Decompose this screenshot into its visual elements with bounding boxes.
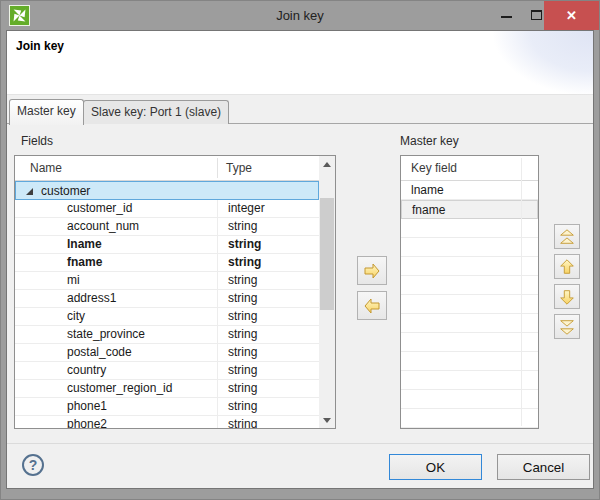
master-key-empty-row — [401, 371, 538, 390]
scroll-up-button[interactable] — [319, 156, 335, 172]
master-key-empty-row — [401, 238, 538, 257]
field-row[interactable]: mistring — [15, 272, 319, 290]
column-header-name: Name — [30, 156, 62, 180]
field-type-cell: integer — [217, 200, 319, 217]
move-down-button[interactable] — [554, 284, 580, 309]
master-key-empty-row — [401, 352, 538, 371]
field-type-cell: string — [217, 416, 319, 428]
minimize-button[interactable] — [493, 1, 521, 30]
field-row[interactable]: address1string — [15, 290, 319, 308]
triangle-down-icon — [323, 418, 331, 423]
field-group-row[interactable]: customer — [15, 181, 319, 200]
tab-slave-key[interactable]: Slave key: Port 1 (slave) — [83, 100, 229, 124]
minimize-icon — [501, 16, 512, 18]
fields-table: Name Type customercustomer_idintegeracco… — [14, 155, 336, 429]
expand-collapse-triangle-icon[interactable] — [26, 188, 33, 195]
fields-table-body: customercustomer_idintegeraccount_numstr… — [15, 181, 319, 428]
master-key-empty-row — [401, 409, 538, 428]
field-name-cell: city — [15, 308, 217, 325]
fields-scrollbar[interactable] — [319, 156, 335, 428]
master-key-table: Key field lnamefname — [400, 155, 539, 429]
field-name-cell: mi — [15, 272, 217, 289]
fields-table-header: Name Type — [15, 156, 319, 181]
field-row[interactable]: state_provincestring — [15, 326, 319, 344]
field-type-cell: string — [217, 344, 319, 361]
field-name-cell: country — [15, 362, 217, 379]
field-name-cell: customer_region_id — [15, 380, 217, 397]
dialog-client-area: Join key Master key Slave key: Port 1 (s… — [6, 30, 594, 489]
master-key-label: Master key — [400, 134, 459, 148]
fields-label: Fields — [21, 134, 53, 148]
master-key-empty-row — [401, 390, 538, 409]
field-name-cell: account_num — [15, 218, 217, 235]
arrow-right-icon — [362, 261, 382, 281]
ok-button[interactable]: OK — [389, 454, 482, 480]
move-up-button[interactable] — [554, 254, 580, 279]
master-key-table-body: lnamefname — [401, 181, 538, 428]
help-button[interactable]: ? — [22, 454, 44, 476]
maximize-icon — [531, 10, 542, 20]
field-row[interactable]: fnamestring — [15, 254, 319, 272]
join-key-dialog: Join key ✕ Join key Master key Slave key… — [0, 0, 600, 500]
column-header-key-field: Key field — [411, 156, 457, 180]
field-type-cell: string — [217, 290, 319, 307]
tab-master-key[interactable]: Master key — [9, 99, 84, 125]
move-top-button[interactable] — [554, 224, 580, 249]
scrollbar-thumb[interactable] — [320, 198, 334, 310]
move-bottom-button[interactable] — [554, 314, 580, 339]
master-key-empty-row — [401, 314, 538, 333]
field-row[interactable]: countrystring — [15, 362, 319, 380]
move-up-icon — [558, 258, 576, 276]
title-bar[interactable]: Join key ✕ — [1, 1, 599, 30]
master-key-empty-row — [401, 257, 538, 276]
field-name-cell: phone1 — [15, 398, 217, 415]
column-separator — [217, 158, 218, 178]
triangle-up-icon — [323, 162, 331, 167]
field-row[interactable]: account_numstring — [15, 218, 319, 236]
field-type-cell: string — [217, 398, 319, 415]
field-row[interactable]: lnamestring — [15, 236, 319, 254]
master-key-empty-row — [401, 333, 538, 352]
field-row[interactable]: phone2string — [15, 416, 319, 428]
field-type-cell — [218, 182, 318, 199]
close-button[interactable]: ✕ — [544, 1, 599, 30]
move-bottom-icon — [558, 318, 576, 336]
field-row[interactable]: customer_region_idstring — [15, 380, 319, 398]
remove-key-button[interactable] — [357, 291, 387, 320]
master-key-empty-row — [401, 295, 538, 314]
master-column-separator — [521, 158, 522, 426]
master-key-table-header: Key field — [401, 156, 538, 181]
field-type-cell: string — [217, 272, 319, 289]
arrow-left-icon — [362, 296, 382, 316]
master-key-row[interactable]: fname — [401, 200, 538, 219]
field-type-cell: string — [217, 218, 319, 235]
field-name-cell: address1 — [15, 290, 217, 307]
scroll-down-button[interactable] — [319, 412, 335, 428]
move-top-icon — [558, 228, 576, 246]
master-key-empty-row — [401, 219, 538, 238]
add-key-button[interactable] — [357, 256, 387, 285]
dialog-banner: Join key — [7, 31, 593, 95]
field-type-cell: string — [217, 380, 319, 397]
master-key-empty-row — [401, 276, 538, 295]
footer-separator — [7, 443, 593, 444]
field-row[interactable]: customer_idinteger — [15, 200, 319, 218]
field-row[interactable]: phone1string — [15, 398, 319, 416]
field-name-cell: postal_code — [15, 344, 217, 361]
field-name-cell: phone2 — [15, 416, 217, 428]
field-name-cell: customer_id — [15, 200, 217, 217]
field-row[interactable]: citystring — [15, 308, 319, 326]
field-type-cell: string — [217, 236, 319, 253]
field-name-cell: customer — [16, 182, 218, 199]
field-name-cell: state_province — [15, 326, 217, 343]
tab-strip: Master key Slave key: Port 1 (slave) — [7, 96, 593, 124]
cancel-button[interactable]: Cancel — [497, 454, 590, 480]
banner-gradient — [403, 31, 593, 95]
field-row[interactable]: postal_codestring — [15, 344, 319, 362]
field-type-cell: string — [217, 326, 319, 343]
field-type-cell: string — [217, 362, 319, 379]
master-key-row[interactable]: lname — [401, 181, 538, 200]
move-down-icon — [558, 288, 576, 306]
field-type-cell: string — [217, 254, 319, 271]
column-header-type: Type — [226, 156, 252, 180]
